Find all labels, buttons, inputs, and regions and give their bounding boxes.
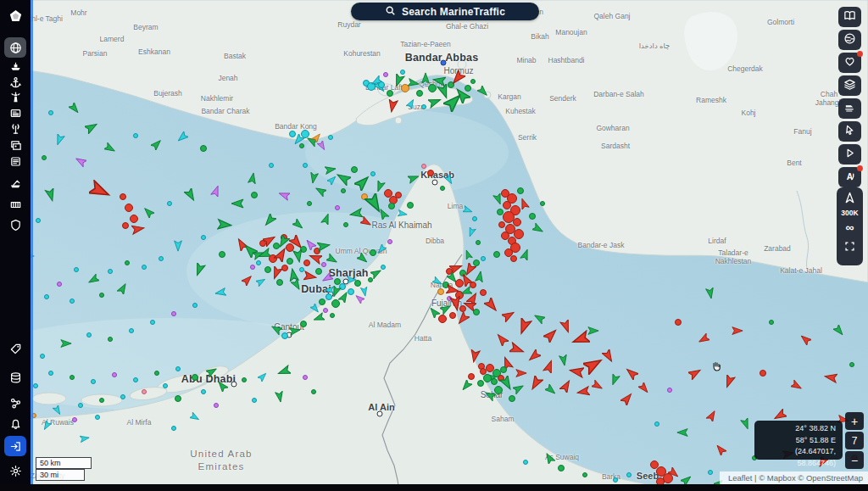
vessel-marker[interactable] — [376, 243, 387, 253]
vessel-marker[interactable] — [33, 383, 38, 388]
vessel-marker[interactable] — [456, 312, 470, 326]
vessel-marker[interactable] — [408, 172, 420, 184]
vessel-marker[interactable] — [470, 79, 476, 84]
vessel-marker[interactable] — [336, 170, 351, 186]
vessel-marker[interactable] — [291, 279, 303, 291]
vessel-marker[interactable] — [468, 349, 481, 363]
vessel-marker[interactable] — [206, 365, 218, 377]
vessel-marker[interactable] — [377, 208, 389, 220]
vessel-marker[interactable] — [509, 342, 525, 357]
vessel-marker[interactable] — [421, 164, 426, 169]
vessel-marker[interactable] — [325, 164, 337, 176]
favorites-button[interactable] — [838, 53, 861, 73]
vessel-marker[interactable] — [466, 226, 476, 236]
vessel-marker[interactable] — [120, 193, 126, 200]
vessel-marker[interactable] — [449, 312, 456, 319]
vessel-marker[interactable] — [501, 232, 509, 240]
map-attribution[interactable]: Leaflet | © Mapbox © OpenStreetMap — [720, 471, 868, 484]
vessel-marker[interactable] — [450, 70, 465, 86]
vessel-marker[interactable] — [44, 188, 58, 202]
vessel-marker[interactable] — [492, 193, 504, 205]
vessel-marker[interactable] — [517, 187, 524, 194]
vessel-marker[interactable] — [370, 171, 376, 176]
vessel-marker[interactable] — [428, 95, 442, 109]
vessel-marker[interactable] — [210, 185, 222, 197]
playback-button[interactable] — [838, 144, 861, 165]
vessel-marker[interactable] — [172, 240, 184, 252]
vessel-marker[interactable] — [769, 320, 774, 325]
vessel-marker[interactable] — [440, 186, 445, 191]
vessel-marker[interactable] — [69, 103, 81, 114]
vessel-marker[interactable] — [150, 320, 155, 325]
vessel-marker[interactable] — [40, 354, 45, 359]
vessel-marker[interactable] — [357, 253, 369, 265]
vessel-marker[interactable] — [201, 389, 206, 394]
vessel-marker[interactable] — [300, 321, 307, 327]
vessel-marker[interactable] — [311, 389, 316, 394]
sidebar-live-map-button[interactable] — [4, 37, 26, 58]
search-bar[interactable]: Search MarineTraffic — [351, 3, 539, 20]
vessel-marker[interactable] — [498, 221, 505, 228]
vessel-marker[interactable] — [351, 166, 358, 173]
vessel-marker[interactable] — [533, 312, 545, 324]
vessel-marker[interactable] — [201, 235, 206, 240]
vessel-marker[interactable] — [175, 366, 181, 371]
vessel-marker[interactable] — [104, 142, 116, 154]
vessel-marker[interactable] — [133, 133, 138, 138]
vessel-marker[interactable] — [326, 254, 338, 265]
vessel-marker[interactable] — [708, 470, 713, 475]
sidebar-datasets-button[interactable] — [4, 367, 26, 388]
vessel-marker[interactable] — [120, 394, 125, 399]
vessel-marker[interactable] — [167, 201, 172, 206]
vessel-marker[interactable] — [540, 201, 545, 206]
vessel-marker[interactable] — [400, 70, 405, 75]
vessel-marker[interactable] — [320, 213, 332, 225]
vessel-marker[interactable] — [444, 173, 454, 183]
vessel-marker[interactable] — [428, 306, 440, 318]
routes-button[interactable]: A — [838, 167, 861, 187]
vessel-marker[interactable] — [386, 99, 399, 113]
vessel-marker[interactable] — [625, 366, 638, 380]
vessel-marker[interactable] — [142, 265, 147, 270]
vessel-marker[interactable] — [388, 203, 395, 209]
vessel-marker[interactable] — [480, 289, 487, 296]
vessel-marker[interactable] — [171, 311, 176, 316]
vessel-marker[interactable] — [80, 432, 90, 442]
vessel-marker[interactable] — [476, 240, 481, 245]
weather-button[interactable] — [838, 30, 861, 50]
vessel-marker[interactable] — [99, 293, 104, 298]
sidebar-maritime-services-button[interactable] — [4, 173, 26, 193]
vessel-marker[interactable] — [515, 367, 527, 379]
vessel-marker[interactable] — [258, 370, 268, 380]
vessel-marker[interactable] — [95, 415, 100, 420]
vessel-marker[interactable] — [74, 267, 79, 272]
zoom-in-button[interactable]: + — [845, 412, 864, 430]
vessel-marker[interactable] — [310, 302, 320, 312]
vessel-marker[interactable] — [520, 248, 531, 260]
vessel-marker[interactable] — [592, 380, 604, 392]
vessel-marker[interactable] — [85, 120, 98, 134]
vessel-marker[interactable] — [510, 255, 517, 262]
vessel-marker[interactable] — [518, 198, 530, 209]
vessel-marker[interactable] — [343, 222, 348, 227]
sidebar-protected-areas-button[interactable] — [4, 215, 26, 235]
vessel-marker[interactable] — [381, 265, 386, 270]
vessel-marker[interactable] — [44, 294, 49, 299]
vessel-marker[interactable] — [626, 472, 632, 477]
vessel-marker[interactable] — [125, 260, 130, 265]
vessel-marker[interactable] — [360, 216, 372, 228]
vessel-marker[interactable] — [314, 185, 326, 197]
vessel-marker[interactable] — [131, 222, 145, 236]
vessel-marker[interactable] — [463, 204, 473, 214]
vessel-marker[interactable] — [495, 332, 509, 346]
vessel-marker[interactable] — [112, 372, 117, 377]
vessel-marker[interactable] — [558, 465, 565, 471]
vessel-marker[interactable] — [175, 395, 181, 402]
vessel-marker[interactable] — [251, 192, 258, 198]
vessel-marker[interactable] — [53, 134, 65, 146]
vessel-marker[interactable] — [57, 282, 62, 287]
vessel-marker[interactable] — [406, 97, 416, 107]
vessel-marker[interactable] — [460, 380, 472, 392]
vessel-marker[interactable] — [481, 256, 486, 261]
vessel-marker[interactable] — [321, 272, 333, 284]
